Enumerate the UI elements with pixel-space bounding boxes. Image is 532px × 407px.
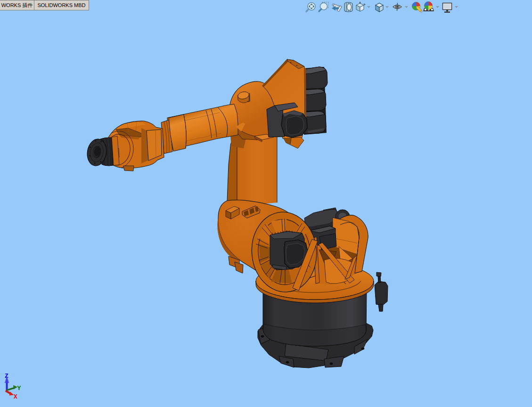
svg-text:X: X [14, 393, 17, 400]
svg-text:Y: Y [17, 385, 21, 392]
